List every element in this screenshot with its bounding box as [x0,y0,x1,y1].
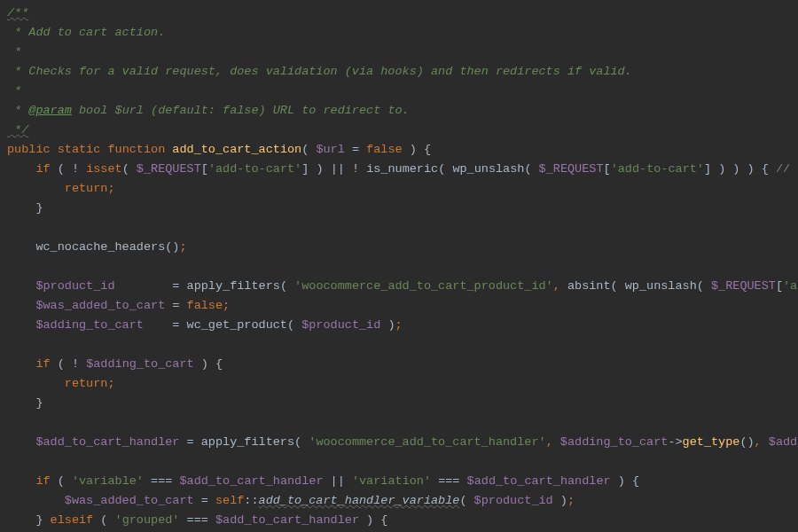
method-call: add_to_cart_handler_variable [259,494,460,507]
variable: $product_id [474,494,553,507]
code-line: public static function add_to_cart_actio… [7,140,798,160]
function-call: wp_unslash [625,279,697,293]
code-line [7,413,798,433]
operator: :: [244,494,258,507]
docblock-param-tag: @param [28,104,72,117]
keyword: if [35,162,50,176]
code-line [7,257,798,277]
code-line: $product_id = apply_filters( 'woocommerc… [7,277,798,296]
code-line: $add_to_cart_handler = apply_filters( 'w… [7,433,798,452]
code-line: $was_added_to_cart = self::add_to_cart_h… [7,491,798,511]
variable: $_REQUEST [137,162,201,176]
keyword: elseif [51,513,94,527]
function-call: wc_get_product [187,318,287,332]
docblock-text: * [7,45,21,59]
variable: $product_id [301,318,380,332]
code-line: $adding_to_cart = wc_get_product( $produ… [7,316,798,335]
docblock-text: bool $url (default: false) URL to redire… [72,104,410,117]
variable: $was_added_to_cart [65,494,194,507]
keyword: isset [86,162,122,176]
variable: $adding_to_cart [35,318,144,332]
variable: $was_added_to_cart [35,299,165,312]
string: 'woocommerce_add_to_cart_product_id' [294,279,553,293]
keyword: function [107,143,165,156]
code-line: } [7,394,798,413]
variable: $add_to_cart_handler [179,474,323,488]
keyword: false [187,299,223,312]
function-call: apply_filters [187,279,280,293]
keyword: false [366,143,403,156]
variable: $adding_to_cart [86,357,194,371]
code-line: $was_added_to_cart = false; [7,296,798,316]
code-line: */ [7,121,798,140]
operator: -> [668,435,682,449]
code-line [7,218,798,238]
code-line: if ( 'variable' === $add_to_cart_handler… [7,472,798,491]
variable: $add_to_cart_handler [35,435,179,449]
string: 'variation' [352,474,431,488]
variable: $addin [769,435,798,449]
operator: ! [72,162,79,176]
function-call: is_numeric [366,162,438,176]
code-line: * @param bool $url (default: false) URL … [7,101,798,121]
variable: $add_to_cart_handler [467,474,611,488]
docblock-close: */ [7,123,28,137]
variable: $_REQUEST [711,279,776,293]
variable: $_REQUEST [539,162,604,176]
function-call: wc_nocache_headers [35,240,165,254]
docblock-text: * [7,84,21,98]
docblock-text: * Checks for a valid request, does valid… [7,65,632,78]
variable: $product_id [35,279,114,293]
variable: $adding_to_cart [560,435,669,449]
function-call: wp_unslash [452,162,524,176]
docblock-text: * Add to cart action. [7,26,165,39]
keyword: public [7,143,51,156]
string: 'add-to-cart' [611,162,704,176]
operator: || [331,474,345,488]
keyword: return [65,377,108,390]
keyword: static [58,143,101,156]
keyword: if [35,474,50,488]
code-line: * [7,43,798,62]
function-call: apply_filters [201,435,294,449]
code-line: * Add to cart action. [7,23,798,43]
code-line: * Checks for a valid request, does valid… [7,62,798,82]
operator: = [345,143,366,156]
code-line: } [7,199,798,218]
operator: === [151,474,172,488]
variable: $url [316,143,344,156]
comment: // ph [776,162,798,176]
operator: === [187,513,208,527]
code-line: } elseif ( 'grouped' === $add_to_cart_ha… [7,511,798,530]
code-line: wc_nocache_headers(); [7,238,798,257]
code-line: return; [7,374,798,394]
string: 'variable' [72,474,144,488]
method-call: get_type [683,435,740,449]
variable: $add_to_cart_handler [215,513,359,527]
keyword: if [35,357,50,371]
code-line [7,335,798,355]
keyword: return [65,182,108,195]
operator: ! [72,357,79,371]
docblock-text: * [7,104,28,117]
code-line: if ( ! $adding_to_cart ) { [7,355,798,374]
code-line: if ( ! isset( $_REQUEST['add-to-cart'] )… [7,160,798,179]
keyword: self [215,494,244,507]
function-call: absint [567,279,611,293]
code-line [7,452,798,472]
string: 'grouped' [115,513,180,527]
code-editor[interactable]: /** * Add to cart action. * * Checks for… [0,0,798,532]
string: 'woocommerce_add_to_cart_handler' [309,435,545,449]
string: 'add [783,279,798,293]
docblock-open: /** [7,6,28,20]
operator: === [438,474,459,488]
code-line: return; [7,179,798,199]
operator: ! [352,162,359,176]
code-line: /** [7,4,798,23]
string: 'add-to-cart' [208,162,301,176]
function-name: add_to_cart_action [172,143,301,156]
code-line: * [7,82,798,101]
operator: || [331,162,345,176]
